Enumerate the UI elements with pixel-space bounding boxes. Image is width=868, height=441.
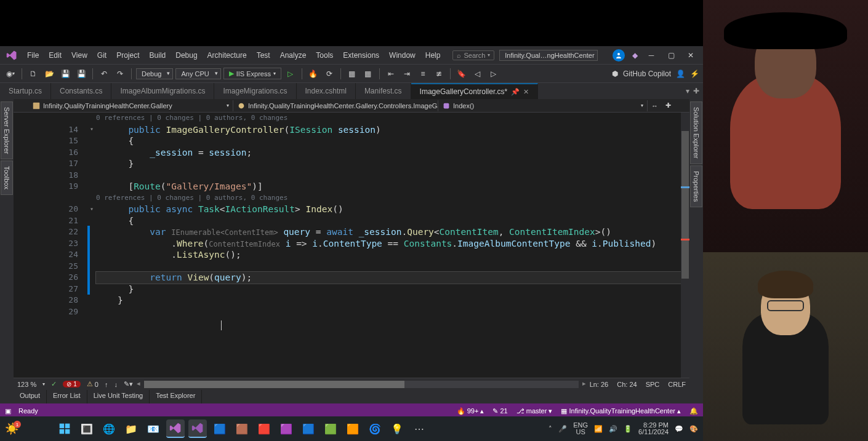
tab-plus-icon[interactable]: ✚	[693, 87, 699, 95]
code-line-18[interactable]	[96, 170, 681, 181]
outdent-icon[interactable]: ⇤	[384, 67, 398, 81]
battery-icon[interactable]: 🔋	[624, 425, 632, 433]
whitespace-indicator[interactable]: SPC	[646, 381, 660, 388]
app-icon-1[interactable]: 🟦	[211, 419, 229, 438]
bookmark-next-icon[interactable]: ▷	[487, 67, 500, 81]
line-ending-indicator[interactable]: CRLF	[668, 381, 686, 388]
word-icon[interactable]: 🟦	[299, 419, 318, 438]
col-indicator[interactable]: Ch: 24	[617, 381, 637, 388]
menu-view[interactable]: View	[66, 49, 92, 62]
notification-tray-icon[interactable]: 💬	[675, 425, 683, 433]
edge-icon[interactable]: 🌀	[366, 419, 384, 438]
menu-project[interactable]: Project	[111, 49, 144, 62]
toolbox-tab[interactable]: Toolbox	[1, 161, 13, 195]
bottom-tab-output[interactable]: Output	[14, 390, 47, 403]
overflow-icon[interactable]: ⋯	[410, 419, 428, 438]
maximize-button[interactable]: ▢	[665, 49, 677, 62]
tab-startup-cs[interactable]: Startup.cs	[0, 83, 51, 99]
code-line-25[interactable]	[96, 261, 681, 272]
code-line-24[interactable]: .ListAsync();	[96, 249, 681, 261]
code-line-26[interactable]: return View(query);	[96, 272, 681, 284]
menu-file[interactable]: File	[22, 49, 44, 62]
app-icon-3[interactable]: 🟥	[255, 419, 273, 438]
menu-help[interactable]: Help	[420, 49, 446, 62]
vs-taskbar-icon-2[interactable]	[188, 419, 207, 438]
tab-overflow-icon[interactable]: ▾	[686, 87, 689, 95]
outlook-icon[interactable]: 📧	[144, 419, 163, 438]
notifications-icon[interactable]: 🔔	[689, 407, 698, 415]
perf-icon[interactable]: 🔥 99+ ▴	[457, 407, 484, 415]
menu-test[interactable]: Test	[252, 49, 275, 62]
menu-extensions[interactable]: Extensions	[338, 49, 384, 62]
copilot-label[interactable]: GitHub Copilot	[623, 70, 671, 78]
app-icon-5[interactable]: 🟩	[321, 419, 340, 438]
copilot-diamond-icon[interactable]: ◆	[632, 51, 638, 60]
code-line-15[interactable]: {	[96, 135, 681, 147]
config-dropdown[interactable]: Debug	[136, 68, 173, 79]
nav-member-dropdown[interactable]: Index() ▾	[438, 100, 648, 111]
tab-manifest-cs[interactable]: Manifest.cs	[356, 83, 411, 99]
app-icon-6[interactable]: 🟧	[344, 419, 362, 438]
live-share-icon[interactable]: 👤	[676, 70, 685, 78]
tray-chevron-icon[interactable]: ˄	[549, 425, 552, 433]
code-line-28[interactable]: }	[96, 295, 681, 306]
explorer-icon[interactable]: 📁	[122, 419, 140, 438]
fold-chevron-14[interactable]: ▾	[90, 124, 94, 135]
code-line-19[interactable]: [Route("Gallery/Images")]	[96, 181, 681, 193]
undo-icon[interactable]: ↶	[97, 67, 111, 81]
platform-dropdown[interactable]: Any CPU	[175, 68, 220, 79]
chrome-icon[interactable]: 🌐	[100, 419, 118, 438]
health-icon[interactable]: ✓	[51, 380, 57, 388]
save-all-icon[interactable]: 💾	[74, 67, 88, 81]
save-icon[interactable]: 💾	[58, 67, 72, 81]
nav-project-dropdown[interactable]: Infinity.QualityTrainingHealthCenter.Gal…	[28, 100, 233, 111]
nav-plus-icon[interactable]: ✚	[662, 101, 675, 109]
app-icon-2[interactable]: 🟫	[233, 419, 251, 438]
code-line-22[interactable]: var IEnumerable<ContentItem> query = awa…	[96, 226, 681, 238]
menu-edit[interactable]: Edit	[44, 49, 66, 62]
copilot-tray-icon[interactable]: 🎨	[689, 425, 698, 433]
tab-imagealbummigrations-cs[interactable]: ImageAlbumMigrations.cs	[111, 83, 214, 99]
start-button[interactable]	[55, 419, 74, 438]
start-without-debug-icon[interactable]: ▷	[284, 67, 297, 81]
horizontal-scrollbar[interactable]: ◂ ▸	[144, 381, 579, 388]
nav-down-icon[interactable]: ↓	[114, 381, 118, 388]
code-editor[interactable]: 141516171819 20212223242526272829 0 refe…	[14, 113, 689, 378]
code-line-27[interactable]: }	[96, 284, 681, 295]
tool-icon-1[interactable]: ▦	[345, 67, 359, 81]
codelens[interactable]: 0 references | 0 changes | 0 authors, 0 …	[96, 193, 681, 204]
uncomment-icon[interactable]: ≢	[432, 67, 446, 81]
menu-tools[interactable]: Tools	[311, 49, 338, 62]
tab-pin-icon[interactable]: 📌	[511, 88, 520, 96]
tab-imagegallerycontroller-cs-[interactable]: ImageGalleryController.cs*📌✕	[411, 83, 539, 99]
bottom-tab-live-unit-testing[interactable]: Live Unit Testing	[87, 390, 150, 403]
mic-icon[interactable]: 🎤	[558, 425, 567, 433]
line-indicator[interactable]: Ln: 26	[590, 381, 609, 388]
close-button[interactable]: ✕	[685, 49, 697, 62]
search-box[interactable]: ⌕ Search ▾	[452, 50, 494, 60]
solution-explorer-tab[interactable]: Solution Explorer	[690, 101, 702, 164]
copilot-icon[interactable]: ⬢	[612, 70, 618, 78]
codelens[interactable]: 0 references | 0 changes | 0 authors, 0 …	[96, 113, 681, 124]
vertical-scrollbar[interactable]	[681, 113, 689, 378]
menu-analyze[interactable]: Analyze	[275, 49, 311, 62]
tab-imagemigrations-cs[interactable]: ImageMigrations.cs	[214, 83, 296, 99]
fold-chevron-20[interactable]: ▾	[90, 204, 94, 215]
new-item-icon[interactable]: 🗋	[26, 67, 40, 81]
menu-build[interactable]: Build	[145, 49, 171, 62]
volume-icon[interactable]: 🔊	[609, 425, 617, 433]
browser-link-icon[interactable]: ⟳	[323, 67, 336, 81]
tab-close-icon[interactable]: ✕	[523, 88, 529, 96]
code-line-29[interactable]	[96, 306, 681, 318]
hot-reload-icon[interactable]: 🔥	[307, 67, 320, 81]
nav-class-dropdown[interactable]: Infinity.QualityTrainingHealthCenter.Gal…	[233, 100, 438, 111]
zoom-level[interactable]: 123 %	[17, 381, 36, 388]
nav-split-icon[interactable]: ↔	[648, 102, 662, 109]
tab-index-cshtml[interactable]: Index.cshtml	[297, 83, 356, 99]
task-view-icon[interactable]: 🔳	[78, 419, 96, 438]
code-line-23[interactable]: .Where(ContentItemIndex i => i.ContentTy…	[96, 238, 681, 250]
branch-indicator[interactable]: ⎇ master ▾	[516, 407, 553, 415]
bottom-tab-test-explorer[interactable]: Test Explorer	[150, 390, 202, 403]
menu-architecture[interactable]: Architecture	[203, 49, 252, 62]
open-icon[interactable]: 📂	[42, 67, 56, 81]
